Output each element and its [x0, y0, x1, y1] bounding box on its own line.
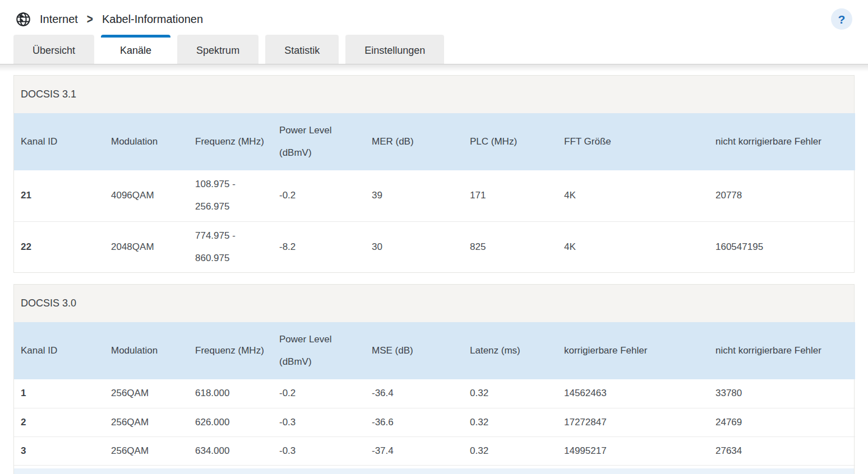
help-button[interactable]: ? — [831, 8, 852, 30]
table-row: 1 256QAM 618.000 -0.2 -36.4 0.32 1456246… — [14, 379, 855, 408]
tab-einstellungen[interactable]: Einstellungen — [345, 35, 444, 64]
cell-power-level: -8.2 — [273, 221, 365, 272]
column-header-frequenz: Frequenz (MHz) — [188, 113, 273, 170]
column-header-latenz: Latenz (ms) — [463, 322, 557, 379]
docsis30-table: Kanal ID Modulation Frequenz (MHz) Power… — [14, 322, 855, 466]
cell-kanal-id: 2 — [14, 408, 104, 436]
cell-modulation: 256QAM — [104, 436, 188, 465]
column-header-power-level: Power Level (dBmV) — [273, 113, 365, 170]
tab-kanaele[interactable]: Kanäle — [101, 35, 170, 64]
docsis31-panel: DOCSIS 3.1 Kanal ID Modulation Frequenz … — [13, 75, 855, 273]
content: DOCSIS 3.1 Kanal ID Modulation Frequenz … — [13, 75, 855, 474]
cell-frequenz: 626.000 — [188, 408, 273, 436]
cell-power-level: -0.3 — [273, 436, 365, 465]
cell-frequenz: 618.000 — [188, 379, 273, 408]
next-row-partial — [14, 468, 854, 474]
column-header-fft-groesse: FFT Größe — [557, 113, 709, 170]
cell-nicht-korrigierbare-fehler: 24769 — [709, 408, 855, 436]
column-header-frequenz: Frequenz (MHz) — [188, 322, 273, 379]
tab-bar: Übersicht Kanäle Spektrum Statistik Eins… — [0, 35, 868, 64]
cell-mse: -37.4 — [365, 436, 463, 465]
top-bar: Internet > Kabel-Informationen ? — [0, 0, 868, 35]
cell-latenz: 0.32 — [463, 379, 557, 408]
cell-frequenz: 774.975 - 860.975 — [188, 221, 273, 272]
cell-kanal-id: 21 — [14, 170, 104, 221]
cell-kanal-id: 22 — [14, 221, 104, 272]
docsis30-header-row: Kanal ID Modulation Frequenz (MHz) Power… — [14, 322, 855, 379]
docsis31-header-row: Kanal ID Modulation Frequenz (MHz) Power… — [14, 113, 855, 170]
column-header-kanal-id: Kanal ID — [14, 322, 104, 379]
tab-uebersicht[interactable]: Übersicht — [13, 35, 94, 64]
cell-frequenz: 108.975 - 256.975 — [188, 170, 273, 221]
table-row: 21 4096QAM 108.975 - 256.975 -0.2 39 171… — [14, 170, 855, 221]
column-header-modulation: Modulation — [104, 113, 188, 170]
cell-modulation: 256QAM — [104, 408, 188, 436]
cell-modulation: 2048QAM — [104, 221, 188, 272]
cell-mse: -36.4 — [365, 379, 463, 408]
docsis31-table: Kanal ID Modulation Frequenz (MHz) Power… — [14, 113, 855, 272]
table-row: 2 256QAM 626.000 -0.3 -36.6 0.32 1727284… — [14, 408, 855, 436]
tab-spektrum[interactable]: Spektrum — [177, 35, 258, 64]
cell-nicht-korrigierbare-fehler: 160547195 — [709, 221, 855, 272]
table-row: 3 256QAM 634.000 -0.3 -37.4 0.32 1499521… — [14, 436, 855, 465]
tab-shadow — [0, 64, 868, 72]
cell-mer: 30 — [365, 221, 463, 272]
cell-power-level: -0.2 — [273, 170, 365, 221]
cell-latenz: 0.32 — [463, 436, 557, 465]
cell-power-level: -0.3 — [273, 408, 365, 436]
chevron-right-icon: > — [87, 11, 93, 27]
breadcrumb: Internet > Kabel-Informationen — [16, 12, 203, 27]
docsis30-section-title: DOCSIS 3.0 — [14, 285, 854, 322]
cell-modulation: 4096QAM — [104, 170, 188, 221]
column-header-nicht-korrigierbare-fehler: nicht korrigierbare Fehler — [709, 113, 855, 170]
globe-icon — [16, 12, 31, 27]
cell-korrigierbare-fehler: 17272847 — [557, 408, 709, 436]
tab-statistik[interactable]: Statistik — [265, 35, 339, 64]
cell-fft-groesse: 4K — [557, 170, 709, 221]
cell-nicht-korrigierbare-fehler: 33780 — [709, 379, 855, 408]
cell-kanal-id: 1 — [14, 379, 104, 408]
docsis30-panel: DOCSIS 3.0 Kanal ID Modulation Frequenz … — [13, 284, 855, 474]
column-header-kanal-id: Kanal ID — [14, 113, 104, 170]
column-header-korrigierbare-fehler: korrigierbare Fehler — [557, 322, 709, 379]
cell-mer: 39 — [365, 170, 463, 221]
cell-korrigierbare-fehler: 14562463 — [557, 379, 709, 408]
cell-power-level: -0.2 — [273, 379, 365, 408]
cell-latenz: 0.32 — [463, 408, 557, 436]
column-header-power-level: Power Level (dBmV) — [273, 322, 365, 379]
cell-plc: 171 — [463, 170, 557, 221]
cell-modulation: 256QAM — [104, 379, 188, 408]
cell-plc: 825 — [463, 221, 557, 272]
cell-fft-groesse: 4K — [557, 221, 709, 272]
docsis31-section-title: DOCSIS 3.1 — [14, 76, 854, 113]
cell-kanal-id: 3 — [14, 436, 104, 465]
cell-frequenz: 634.000 — [188, 436, 273, 465]
cell-nicht-korrigierbare-fehler: 20778 — [709, 170, 855, 221]
column-header-modulation: Modulation — [104, 322, 188, 379]
cell-korrigierbare-fehler: 14995217 — [557, 436, 709, 465]
column-header-mse: MSE (dB) — [365, 322, 463, 379]
breadcrumb-internet[interactable]: Internet — [40, 13, 78, 26]
column-header-plc: PLC (MHz) — [463, 113, 557, 170]
page: Internet > Kabel-Informationen ? Übersic… — [0, 0, 868, 474]
cell-nicht-korrigierbare-fehler: 27634 — [709, 436, 855, 465]
column-header-nicht-korrigierbare-fehler: nicht korrigierbare Fehler — [709, 322, 855, 379]
column-header-mer: MER (dB) — [365, 113, 463, 170]
cell-mse: -36.6 — [365, 408, 463, 436]
table-row: 22 2048QAM 774.975 - 860.975 -8.2 30 825… — [14, 221, 855, 272]
breadcrumb-page-title: Kabel-Informationen — [102, 13, 203, 26]
